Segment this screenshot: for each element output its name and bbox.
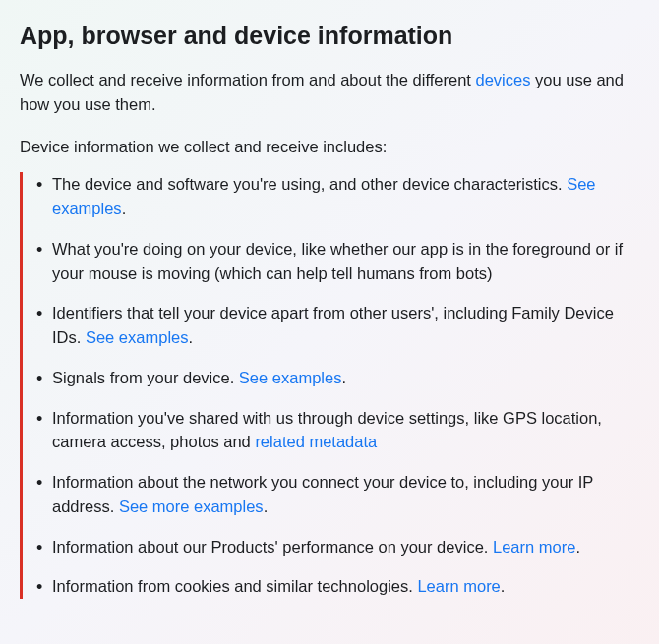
devices-link[interactable]: devices xyxy=(475,71,530,88)
item-text: The device and software you're using, an… xyxy=(52,175,567,193)
item-text: Information from cookies and similar tec… xyxy=(52,577,417,595)
intro-paragraph: We collect and receive information from … xyxy=(20,68,639,117)
related-metadata-link[interactable]: related metadata xyxy=(255,433,377,450)
item-text-after: . xyxy=(341,369,346,386)
item-text: Signals from your device. xyxy=(52,369,239,386)
learn-more-link[interactable]: Learn more xyxy=(417,577,500,595)
bullet-list: The device and software you're using, an… xyxy=(27,172,639,599)
list-item: Information about the network you connec… xyxy=(52,470,639,519)
see-examples-link[interactable]: See examples xyxy=(239,369,342,386)
list-item: The device and software you're using, an… xyxy=(52,172,639,221)
item-text-after: . xyxy=(188,328,193,346)
item-text-after: . xyxy=(122,200,127,217)
section-heading: App, browser and device information xyxy=(20,22,639,50)
item-text: What you're doing on your device, like w… xyxy=(52,240,623,282)
item-text: Information about our Products' performa… xyxy=(52,538,493,556)
subheading: Device information we collect and receiv… xyxy=(20,135,639,159)
item-text-after: . xyxy=(575,538,580,556)
list-item: Information you've shared with us throug… xyxy=(52,406,639,455)
see-more-examples-link[interactable]: See more examples xyxy=(119,498,264,515)
item-text-after: . xyxy=(501,577,506,595)
list-item: What you're doing on your device, like w… xyxy=(52,237,639,286)
bullet-list-wrapper: The device and software you're using, an… xyxy=(20,172,639,599)
item-text-after: . xyxy=(264,498,269,515)
list-item: Information about our Products' performa… xyxy=(52,535,639,559)
see-examples-link[interactable]: See examples xyxy=(86,328,189,346)
list-item: Identifiers that tell your device apart … xyxy=(52,301,639,350)
list-item: Signals from your device. See examples. xyxy=(52,366,639,390)
learn-more-link[interactable]: Learn more xyxy=(493,538,575,556)
intro-text-before: We collect and receive information from … xyxy=(20,71,475,88)
list-item: Information from cookies and similar tec… xyxy=(52,574,639,599)
